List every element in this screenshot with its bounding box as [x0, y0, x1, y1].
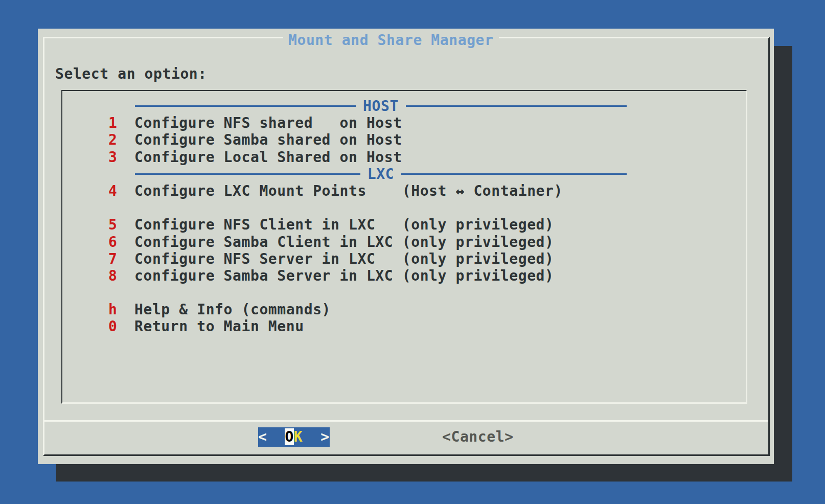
menu-item-hotkey: 5: [108, 216, 118, 233]
menu-item-4[interactable]: 4Configure LXC Mount Points (Host ↔ Cont…: [62, 182, 746, 199]
menu-item-label: Configure Samba shared on Host: [134, 131, 402, 148]
button-row-divider: [44, 420, 768, 422]
ok-close-bracket: >: [303, 428, 329, 445]
separator-line: [401, 173, 627, 175]
menu-item-5[interactable]: 5Configure NFS Client in LXC (only privi…: [62, 216, 746, 233]
menu-item-hotkey: 0: [108, 318, 118, 335]
menu-box: HOST1Configure NFS shared on Host2Config…: [61, 90, 747, 404]
mount-share-manager-dialog: Mount and Share Manager Select an option…: [38, 29, 774, 464]
separator-line: [135, 105, 356, 107]
menu-item-hotkey: 8: [108, 267, 118, 284]
menu-item-label: Configure NFS shared on Host: [134, 114, 402, 131]
menu-item-label: Help & Info (commands): [134, 301, 331, 318]
separator-label: LXC: [360, 166, 401, 182]
menu-blank-row: [62, 199, 746, 216]
menu-item-2[interactable]: 2Configure Samba shared on Host: [62, 131, 746, 148]
menu-item-0[interactable]: 0Return to Main Menu: [62, 318, 746, 335]
menu-item-label: Return to Main Menu: [134, 318, 304, 335]
menu-separator-host: HOST: [135, 98, 627, 114]
prompt-label: Select an option:: [55, 65, 207, 82]
menu-separator-lxc: LXC: [135, 166, 627, 182]
menu-item-hotkey: h: [108, 301, 118, 318]
separator-line: [135, 173, 360, 175]
menu-item-hotkey: 1: [108, 114, 118, 131]
menu-item-hotkey: 6: [108, 234, 118, 250]
menu-item-8[interactable]: 8configure Samba Server in LXC (only pri…: [62, 267, 746, 284]
separator-line: [406, 105, 627, 107]
ok-label-rest: K: [294, 428, 303, 445]
menu-item-hotkey: 7: [108, 250, 118, 267]
menu-blank-row: [62, 284, 746, 301]
menu-item-6[interactable]: 6Configure Samba Client in LXC (only pri…: [62, 234, 746, 250]
menu-item-label: Configure NFS Server in LXC (only privil…: [134, 250, 554, 267]
dialog-title: Mount and Share Manager: [283, 32, 499, 49]
menu-item-3[interactable]: 3Configure Local Shared on Host: [62, 149, 746, 166]
menu-item-hotkey: 2: [108, 131, 118, 148]
ok-cursor-char: O: [285, 428, 293, 445]
menu-item-1[interactable]: 1Configure NFS shared on Host: [62, 114, 746, 131]
terminal-screen: Mount and Share Manager Select an option…: [0, 0, 825, 504]
menu-item-hotkey: 3: [108, 149, 118, 166]
menu-item-label: Configure Local Shared on Host: [134, 149, 402, 166]
menu-item-h[interactable]: hHelp & Info (commands): [62, 301, 746, 318]
menu-item-hotkey: 4: [108, 182, 118, 199]
button-row: < OK > <Cancel>: [38, 427, 774, 448]
menu-item-label: configure Samba Server in LXC (only priv…: [134, 267, 554, 284]
menu-item-label: Configure LXC Mount Points (Host ↔ Conta…: [134, 182, 563, 199]
menu-item-label: Configure NFS Client in LXC (only privil…: [134, 216, 554, 233]
separator-label: HOST: [356, 98, 406, 114]
menu-item-7[interactable]: 7Configure NFS Server in LXC (only privi…: [62, 250, 746, 267]
cancel-button[interactable]: <Cancel>: [442, 427, 514, 447]
ok-button[interactable]: < OK >: [258, 427, 330, 447]
ok-open-bracket: <: [258, 428, 285, 445]
menu-item-label: Configure Samba Client in LXC (only priv…: [134, 234, 554, 250]
menu-list: HOST1Configure NFS shared on Host2Config…: [62, 98, 746, 335]
